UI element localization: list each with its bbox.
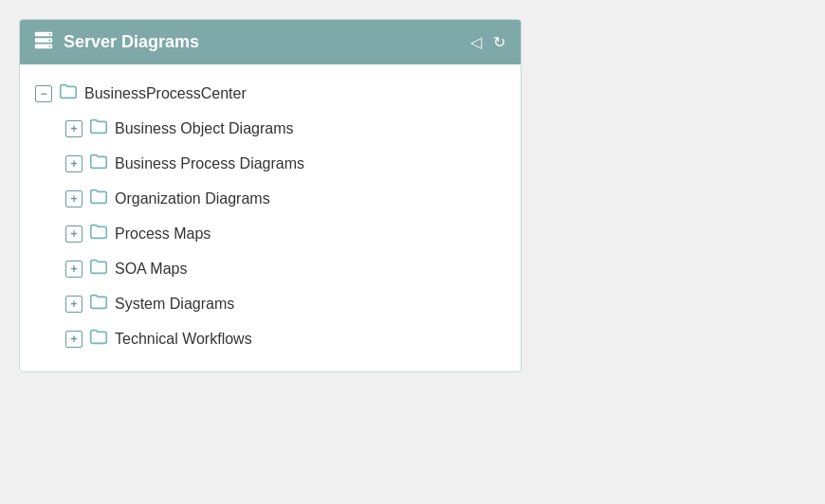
refresh-button[interactable]: ↻ xyxy=(491,31,507,53)
server-diagrams-panel: Server Diagrams ◁ ↻ − BusinessProcessCen… xyxy=(19,19,522,372)
folder-icon-6 xyxy=(88,326,109,351)
expand-icon-3[interactable]: + xyxy=(65,225,82,243)
tree-container: − BusinessProcessCenter + Busin xyxy=(20,64,521,371)
header-left: Server Diagrams xyxy=(33,29,199,55)
panel-header: Server Diagrams ◁ ↻ xyxy=(20,20,521,64)
list-item[interactable]: + SOA Maps xyxy=(65,251,505,286)
root-folder-icon xyxy=(58,81,79,106)
root-item[interactable]: − BusinessProcessCenter xyxy=(35,76,505,111)
folder-icon-0 xyxy=(88,116,109,141)
list-item[interactable]: + Process Maps xyxy=(65,216,505,251)
svg-point-5 xyxy=(49,45,51,47)
list-item[interactable]: + System Diagrams xyxy=(65,286,505,321)
list-item[interactable]: + Technical Workflows xyxy=(65,321,505,356)
tree-root: − BusinessProcessCenter + Busin xyxy=(35,76,505,356)
expand-icon-4[interactable]: + xyxy=(65,261,82,278)
item-label-6: Technical Workflows xyxy=(115,331,252,348)
folder-icon-2 xyxy=(88,186,109,211)
root-label: BusinessProcessCenter xyxy=(84,85,247,102)
folder-icon-4 xyxy=(88,256,109,281)
folder-icon-3 xyxy=(88,221,109,246)
expand-icon-1[interactable]: + xyxy=(65,155,82,172)
collapse-button[interactable]: ◁ xyxy=(468,31,484,53)
expand-icon-6[interactable]: + xyxy=(65,331,82,348)
item-label-3: Process Maps xyxy=(115,225,211,243)
expand-icon-2[interactable]: + xyxy=(65,190,82,207)
list-item[interactable]: + Business Process Diagrams xyxy=(65,146,505,181)
item-label-1: Business Process Diagrams xyxy=(115,155,304,172)
tree-children: + Business Object Diagrams + xyxy=(65,111,505,356)
item-label-0: Business Object Diagrams xyxy=(115,120,294,137)
item-label-2: Organization Diagrams xyxy=(115,190,270,207)
svg-point-4 xyxy=(49,40,51,42)
root-collapse-icon[interactable]: − xyxy=(35,85,52,102)
item-label-5: System Diagrams xyxy=(115,296,234,313)
header-actions: ◁ ↻ xyxy=(468,31,507,53)
list-item[interactable]: + Business Object Diagrams xyxy=(65,111,505,146)
folder-icon-5 xyxy=(88,291,109,316)
server-icon xyxy=(33,29,54,55)
expand-icon-0[interactable]: + xyxy=(65,120,82,137)
expand-icon-5[interactable]: + xyxy=(65,296,82,313)
item-label-4: SOA Maps xyxy=(115,261,187,278)
svg-point-3 xyxy=(49,33,51,35)
folder-icon-1 xyxy=(88,151,109,176)
panel-title: Server Diagrams xyxy=(64,32,199,52)
list-item[interactable]: + Organization Diagrams xyxy=(65,181,505,216)
